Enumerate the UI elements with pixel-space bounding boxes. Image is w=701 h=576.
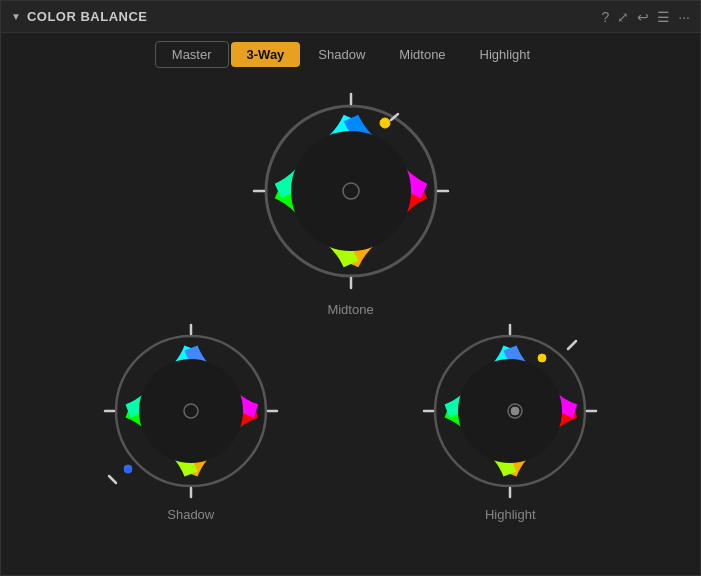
wheel-midtone-container: Midtone xyxy=(246,86,456,317)
expand-icon[interactable]: ⤢ xyxy=(617,9,629,25)
svg-point-6 xyxy=(380,118,390,128)
wheel-shadow-container: Shadow xyxy=(101,321,281,522)
wheel-midtone-label: Midtone xyxy=(327,302,373,317)
svg-point-23 xyxy=(538,354,546,362)
tab-master[interactable]: Master xyxy=(155,41,229,68)
panel-title: COLOR BALANCE xyxy=(27,9,148,24)
svg-point-14 xyxy=(124,465,132,473)
wheel-shadow-label: Shadow xyxy=(167,507,214,522)
wheel-shadow[interactable] xyxy=(101,321,281,501)
svg-point-16 xyxy=(458,359,562,463)
wheel-highlight-label: Highlight xyxy=(485,507,536,522)
svg-point-17 xyxy=(511,407,519,415)
tab-highlight[interactable]: Highlight xyxy=(464,42,547,67)
help-icon[interactable]: ? xyxy=(602,9,610,25)
svg-point-0 xyxy=(291,131,411,251)
tab-3way[interactable]: 3-Way xyxy=(231,42,301,67)
tab-shadow[interactable]: Shadow xyxy=(302,42,381,67)
color-balance-panel: ▼ COLOR BALANCE ? ⤢ ↩ ☰ ··· Master 3-Way… xyxy=(0,0,701,576)
tab-midtone[interactable]: Midtone xyxy=(383,42,461,67)
panel-header: ▼ COLOR BALANCE ? ⤢ ↩ ☰ ··· xyxy=(1,1,700,33)
header-icons: ? ⤢ ↩ ☰ ··· xyxy=(602,9,690,25)
wheel-highlight[interactable] xyxy=(420,321,600,501)
tabs-bar: Master 3-Way Shadow Midtone Highlight xyxy=(1,33,700,76)
undo-icon[interactable]: ↩ xyxy=(637,9,649,25)
wheel-highlight-container: Highlight xyxy=(420,321,600,522)
wheel-midtone[interactable] xyxy=(246,86,456,296)
svg-line-15 xyxy=(109,476,116,483)
svg-line-24 xyxy=(568,341,576,349)
more-icon[interactable]: ··· xyxy=(678,9,690,25)
collapse-icon[interactable]: ▼ xyxy=(11,11,21,22)
header-left: ▼ COLOR BALANCE xyxy=(11,9,148,24)
menu-icon[interactable]: ☰ xyxy=(657,9,670,25)
bottom-row: Shadow xyxy=(21,321,680,522)
svg-point-8 xyxy=(139,359,243,463)
wheel-area: Midtone xyxy=(1,76,700,575)
